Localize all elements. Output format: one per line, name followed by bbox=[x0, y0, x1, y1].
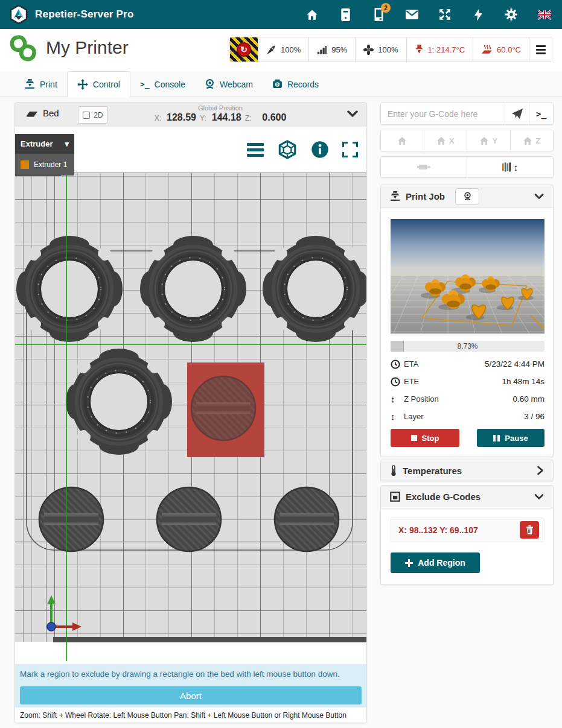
mail-icon[interactable] bbox=[405, 8, 418, 21]
babystep-z-button[interactable]: ↕ bbox=[467, 157, 553, 177]
menu-icon bbox=[536, 49, 546, 51]
tab-print[interactable]: Print bbox=[15, 71, 67, 97]
records-tab-icon bbox=[272, 79, 283, 89]
extruder-dropdown: Extruder ▾ Extruder 1 bbox=[15, 134, 74, 176]
bed-icon bbox=[26, 109, 38, 118]
bed-selector[interactable]: Bed bbox=[26, 108, 59, 118]
printer-count-badge: 2 bbox=[381, 3, 391, 13]
nozzle-icon bbox=[415, 45, 424, 55]
updown-arrow-icon: ↕ bbox=[391, 411, 404, 422]
home-icon[interactable] bbox=[305, 8, 319, 21]
gcode-input-group: >_ bbox=[380, 103, 554, 125]
tab-webcam[interactable]: Webcam bbox=[195, 71, 263, 97]
bolt-icon[interactable] bbox=[471, 8, 485, 21]
clock-icon bbox=[391, 377, 400, 387]
printed-disc bbox=[275, 487, 339, 551]
stat-row-z-position: ↕ Z Position 0.60 mm bbox=[391, 390, 544, 408]
bed-canvas[interactable]: Extruder ▾ Extruder 1 bbox=[15, 127, 366, 661]
pause-icon bbox=[493, 435, 500, 442]
delete-region-button[interactable] bbox=[520, 521, 539, 539]
extruder-dropdown-item[interactable]: Extruder 1 bbox=[15, 154, 74, 176]
temperatures-panel: Temperatures bbox=[380, 460, 554, 481]
home-buttons-row: X Y Z bbox=[380, 130, 554, 151]
printed-disc bbox=[157, 487, 221, 551]
position-z: 0.600 bbox=[255, 112, 286, 123]
abort-button[interactable]: Abort bbox=[20, 686, 362, 704]
speed-status[interactable]: 100% bbox=[258, 37, 308, 62]
chevron-down-icon[interactable] bbox=[534, 193, 544, 200]
printer-tabs: Print Control >_ Console Webcam Re bbox=[0, 71, 562, 97]
clock-icon bbox=[391, 359, 400, 369]
bed-temp-status[interactable]: 60.0°C bbox=[473, 37, 529, 62]
server-icon[interactable] bbox=[339, 8, 352, 21]
flow-status[interactable]: 95% bbox=[308, 37, 355, 62]
tab-records[interactable]: Records bbox=[263, 71, 328, 97]
3d-view-cube-icon[interactable] bbox=[277, 139, 298, 160]
app-title: Repetier-Server Pro bbox=[35, 8, 133, 21]
canvas-toolbar bbox=[247, 139, 358, 160]
top-navbar: Repetier-Server Pro 2 bbox=[0, 0, 562, 29]
printed-disc bbox=[39, 487, 103, 551]
tab-console[interactable]: >_ Console bbox=[130, 71, 195, 97]
printer-header: My Printer ↻ 100% 95% 100% bbox=[0, 29, 562, 71]
home-icon bbox=[436, 136, 446, 145]
fullscreen-icon[interactable] bbox=[342, 142, 358, 157]
settings-gear-icon[interactable] bbox=[505, 8, 518, 21]
extruder-color-swatch bbox=[21, 160, 29, 169]
exclude-region-icon bbox=[390, 492, 400, 502]
open-console-button[interactable]: >_ bbox=[529, 103, 553, 124]
trash-icon bbox=[526, 525, 534, 534]
bed-objects-layer bbox=[15, 127, 366, 661]
webcam-tab-icon bbox=[205, 79, 215, 89]
print-job-webcam-button[interactable] bbox=[455, 188, 479, 205]
add-region-button[interactable]: Add Region bbox=[391, 552, 480, 573]
layers-menu-icon[interactable] bbox=[247, 142, 264, 157]
exclude-gcodes-header[interactable]: Exclude G-Codes bbox=[381, 486, 553, 508]
heated-bed-icon bbox=[481, 45, 493, 55]
printer-link-icon[interactable] bbox=[10, 35, 37, 63]
expand-icon[interactable] bbox=[438, 8, 452, 21]
motor-off-icon bbox=[417, 162, 430, 172]
origin-axes-indicator bbox=[47, 595, 81, 631]
gcode-input[interactable] bbox=[381, 103, 505, 124]
home-icon bbox=[479, 136, 489, 145]
emergency-stop-icon: ↻ bbox=[237, 42, 251, 57]
extruder-dropdown-toggle[interactable]: Extruder ▾ bbox=[15, 134, 74, 154]
print-progress-bar: 8.73% bbox=[391, 341, 544, 352]
printer-menu-button[interactable] bbox=[529, 37, 552, 62]
stop-button[interactable]: Stop bbox=[391, 429, 459, 447]
printers-icon[interactable]: 2 bbox=[372, 8, 385, 21]
printed-ring bbox=[140, 236, 246, 342]
bed-view-toolbar: Bed 2D Global Position X:128.59 Y:144.18… bbox=[15, 103, 366, 127]
chevron-down-icon bbox=[534, 493, 544, 501]
print-job-panel: Print Job bbox=[380, 185, 554, 457]
stat-row-eta: ETA 5/23/22 4:44 PM bbox=[391, 355, 544, 373]
home-x-button[interactable]: X bbox=[424, 130, 467, 151]
print-job-header[interactable]: Print Job bbox=[381, 185, 553, 208]
exclude-instruction: Mark a region to exclude by drawing a re… bbox=[15, 664, 366, 679]
pause-button[interactable]: Pause bbox=[477, 429, 544, 447]
home-all-button[interactable] bbox=[381, 130, 424, 151]
printer-statusbar: ↻ 100% 95% 100% bbox=[229, 37, 552, 62]
printed-ring bbox=[66, 349, 172, 455]
collapse-bed-view-icon[interactable] bbox=[347, 110, 358, 118]
send-icon bbox=[512, 109, 523, 119]
tab-control[interactable]: Control bbox=[67, 71, 130, 97]
disable-motors-button[interactable] bbox=[381, 157, 467, 177]
extruder-temp-status[interactable]: 1: 214.7°C bbox=[406, 37, 473, 62]
send-gcode-button[interactable] bbox=[505, 103, 529, 124]
info-icon[interactable] bbox=[311, 141, 329, 159]
home-y-button[interactable]: Y bbox=[467, 130, 510, 151]
global-position: Global Position X:128.59 Y:144.18 Z:0.60… bbox=[142, 104, 299, 123]
home-z-button[interactable]: Z bbox=[510, 130, 554, 151]
emergency-stop-button[interactable]: ↻ bbox=[230, 37, 258, 62]
temperatures-header[interactable]: Temperatures bbox=[381, 460, 553, 481]
repetier-logo-icon[interactable] bbox=[8, 4, 29, 25]
exclude-info-banner: Mark a region to exclude by drawing a re… bbox=[15, 664, 366, 707]
toggle-2d-button[interactable]: 2D bbox=[78, 106, 108, 124]
position-y: 144.18 bbox=[210, 112, 241, 123]
print-progress-label: 8.73% bbox=[391, 341, 544, 352]
stat-row-layer: ↕ Layer 3 / 96 bbox=[391, 408, 544, 425]
fan-status[interactable]: 100% bbox=[355, 37, 406, 62]
language-flag-icon[interactable] bbox=[538, 8, 551, 21]
